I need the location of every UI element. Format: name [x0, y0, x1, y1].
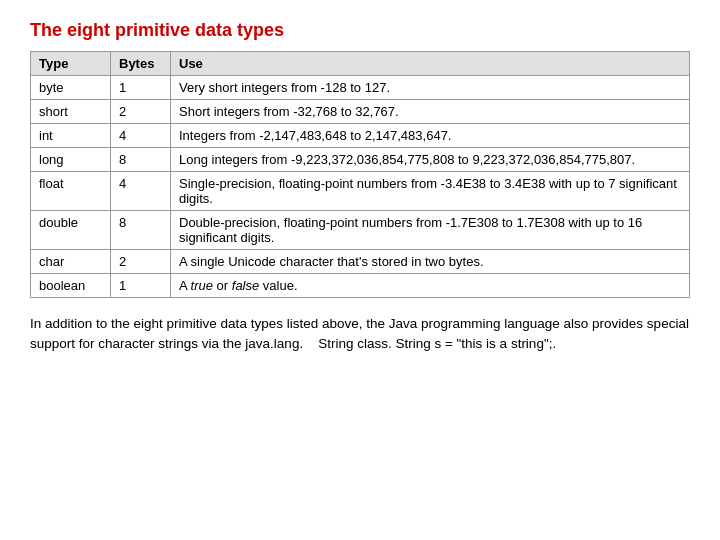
cell-use: A single Unicode character that's stored… — [171, 250, 690, 274]
cell-type: int — [31, 124, 111, 148]
cell-use: Long integers from -9,223,372,036,854,77… — [171, 148, 690, 172]
cell-type: double — [31, 211, 111, 250]
bottom-paragraph: In addition to the eight primitive data … — [30, 314, 690, 355]
cell-bytes: 2 — [111, 250, 171, 274]
cell-bytes: 4 — [111, 172, 171, 211]
table-row: int4Integers from -2,147,483,648 to 2,14… — [31, 124, 690, 148]
cell-bytes: 4 — [111, 124, 171, 148]
cell-type: short — [31, 100, 111, 124]
cell-bytes: 8 — [111, 211, 171, 250]
table-row: long8Long integers from -9,223,372,036,8… — [31, 148, 690, 172]
cell-use: Integers from -2,147,483,648 to 2,147,48… — [171, 124, 690, 148]
cell-bytes: 2 — [111, 100, 171, 124]
col-header-use: Use — [171, 52, 690, 76]
cell-use: Double-precision, floating-point numbers… — [171, 211, 690, 250]
cell-type: char — [31, 250, 111, 274]
table-row: char2A single Unicode character that's s… — [31, 250, 690, 274]
cell-type: float — [31, 172, 111, 211]
cell-use: A true or false value. — [171, 274, 690, 298]
page-title: The eight primitive data types — [30, 20, 690, 41]
cell-bytes: 8 — [111, 148, 171, 172]
cell-type: boolean — [31, 274, 111, 298]
table-row: double8Double-precision, floating-point … — [31, 211, 690, 250]
table-row: float4Single-precision, floating-point n… — [31, 172, 690, 211]
cell-use: Short integers from -32,768 to 32,767. — [171, 100, 690, 124]
cell-use: Single-precision, floating-point numbers… — [171, 172, 690, 211]
table-row: byte1Very short integers from -128 to 12… — [31, 76, 690, 100]
cell-use: Very short integers from -128 to 127. — [171, 76, 690, 100]
data-types-table: Type Bytes Use byte1Very short integers … — [30, 51, 690, 298]
cell-bytes: 1 — [111, 76, 171, 100]
table-row: short2Short integers from -32,768 to 32,… — [31, 100, 690, 124]
cell-bytes: 1 — [111, 274, 171, 298]
table-row: boolean1A true or false value. — [31, 274, 690, 298]
cell-type: long — [31, 148, 111, 172]
col-header-type: Type — [31, 52, 111, 76]
col-header-bytes: Bytes — [111, 52, 171, 76]
cell-type: byte — [31, 76, 111, 100]
